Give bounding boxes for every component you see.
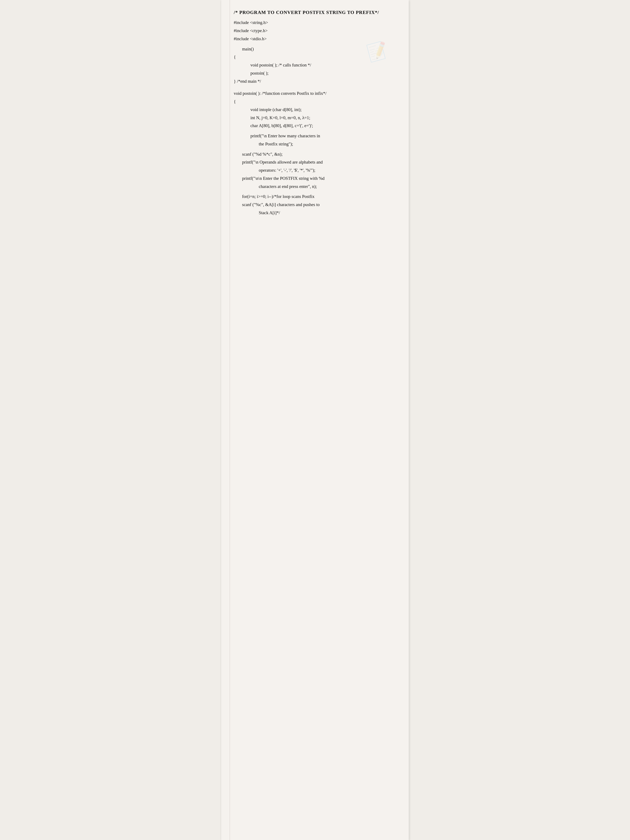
- main-declaration: main(): [234, 45, 398, 53]
- printf-postfix-1: printf("\n\n Enter the POSTFIX string wi…: [234, 175, 398, 182]
- printf-enter-chars-2: the Postfix string");: [234, 140, 398, 148]
- printf-postfix-2: characters at end press enter", n);: [234, 183, 398, 190]
- main-postoin-call: postoin( );: [234, 69, 398, 77]
- page-container: 📝 /* PROGRAM TO CONVERT POSTFIX STRING T…: [221, 0, 409, 840]
- title-comment: /* PROGRAM TO CONVERT POSTFIX STRING TO …: [234, 8, 398, 17]
- main-close: } /*end main */: [234, 77, 398, 85]
- printf-operands-1: printf("\n Operands allowed are alphabet…: [234, 158, 398, 166]
- scanf-n: scanf ("%d %*c", &n);: [234, 150, 398, 158]
- intople-declaration: void intople (char d[80], int);: [234, 106, 398, 114]
- for-loop-line1: for(i=n; i>=0; i--)/*for loop scans Post…: [234, 193, 398, 201]
- printf-operands-2: operators: '+', '-', '/', '$', '*', '%'"…: [234, 166, 398, 174]
- scanf-ali-line: scanf ("%c", &A[i] characters and pushes…: [234, 201, 398, 208]
- postoin-open-brace: {: [234, 98, 398, 106]
- include-string: #include <string.h>: [234, 19, 398, 27]
- printf-enter-chars-1: printf("\n Enter how many characters in: [234, 132, 398, 140]
- postoin-declaration: void postoin( ): /*function converts Pos…: [234, 90, 398, 97]
- int-vars: int N, j=0, K=0, l=0, m=0, n, λ=1;: [234, 114, 398, 122]
- include-ctype: #include <ctype.h>: [234, 27, 398, 35]
- include-stdio: #include <stdio.h>: [234, 35, 398, 43]
- main-void-postoin: void postoin( ); /* calls function */: [234, 61, 398, 69]
- code-content: /* PROGRAM TO CONVERT POSTFIX STRING TO …: [234, 8, 398, 217]
- char-vars: char A[80], b[80], d[80], c='(', e=')';: [234, 122, 398, 129]
- main-open-brace: {: [234, 53, 398, 61]
- stack-comment: Stack A[i]*/: [234, 209, 398, 217]
